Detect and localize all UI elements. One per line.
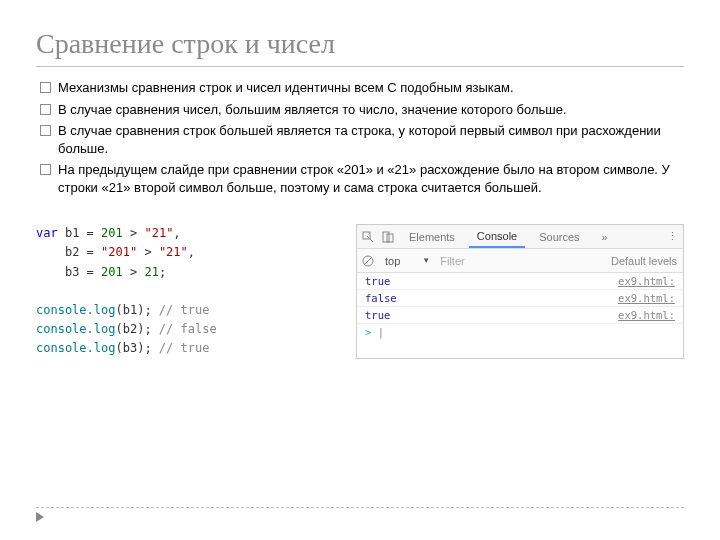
tabs-overflow[interactable]: » <box>594 225 616 248</box>
source-link[interactable]: ex9.html: <box>618 275 675 287</box>
console-prompt[interactable]: > | <box>357 324 683 340</box>
inspect-icon[interactable] <box>361 231 375 243</box>
console-row: true ex9.html: <box>357 273 683 290</box>
device-icon[interactable] <box>381 231 395 243</box>
code-snippet: var b1 = 201 > "21", b2 = "201" > "21", … <box>36 224 336 358</box>
list-item: Механизмы сравнения строк и чисел иденти… <box>36 79 684 97</box>
source-link[interactable]: ex9.html: <box>618 292 675 304</box>
source-link[interactable]: ex9.html: <box>618 309 675 321</box>
tab-console[interactable]: Console <box>469 225 525 248</box>
filter-input[interactable]: Filter <box>440 255 490 267</box>
tab-sources[interactable]: Sources <box>531 225 587 248</box>
slide-footer <box>36 507 684 522</box>
console-row: false ex9.html: <box>357 290 683 307</box>
devtools-panel: Elements Console Sources » ⋮ top▼ Filter… <box>356 224 684 358</box>
clear-console-icon[interactable] <box>361 255 375 267</box>
devtools-toolbar: top▼ Filter Default levels <box>357 249 683 273</box>
tab-elements[interactable]: Elements <box>401 225 463 248</box>
log-levels[interactable]: Default levels <box>611 255 679 267</box>
next-arrow-icon <box>36 512 44 522</box>
console-output: true ex9.html: false ex9.html: true ex9.… <box>357 273 683 324</box>
kebab-icon[interactable]: ⋮ <box>665 230 679 243</box>
svg-rect-2 <box>387 234 393 242</box>
bullet-list: Механизмы сравнения строк и чисел иденти… <box>36 79 684 196</box>
devtools-tabs: Elements Console Sources » ⋮ <box>357 225 683 249</box>
page-title: Сравнение строк и чисел <box>36 28 684 67</box>
list-item: В случае сравнения строк большей являетс… <box>36 122 684 157</box>
context-select[interactable]: top▼ <box>381 255 434 267</box>
list-item: В случае сравнения чисел, большим являет… <box>36 101 684 119</box>
console-row: true ex9.html: <box>357 307 683 324</box>
svg-line-4 <box>364 257 372 265</box>
list-item: На предыдущем слайде при сравнении строк… <box>36 161 684 196</box>
